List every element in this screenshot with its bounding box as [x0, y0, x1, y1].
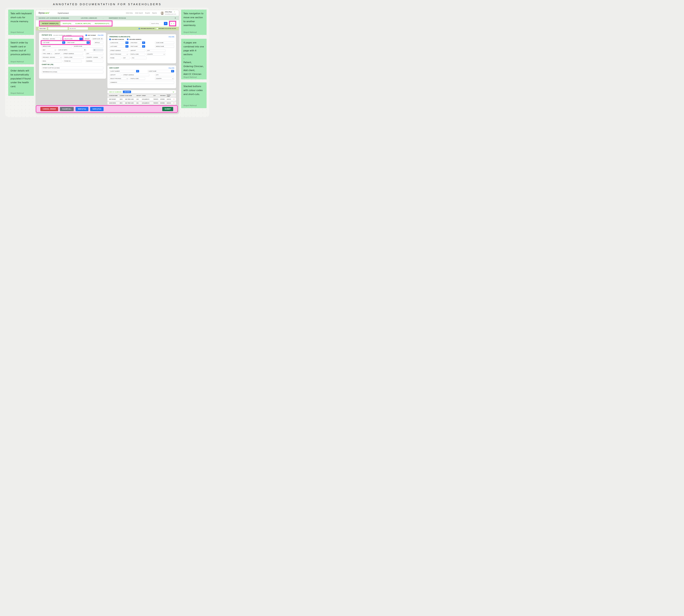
order-number-input[interactable] — [48, 27, 68, 30]
cpso-search-button[interactable] — [142, 42, 145, 44]
col-clinic-name: CLINIC NAME — [125, 95, 136, 96]
action-bar-highlight: CANCEL ORDER CLEAR ALL NEW [F11] SAVE [F… — [36, 105, 178, 113]
clinician-middle-name-input[interactable] — [155, 45, 174, 48]
clinician-fax-input[interactable] — [131, 57, 147, 59]
cpso-reg-input[interactable] — [130, 42, 142, 44]
col-clinician-name: CLINICIAN NAME — [109, 95, 120, 96]
clinician-phone-input[interactable] — [109, 57, 121, 59]
billing-no-input[interactable] — [69, 27, 88, 30]
add-new-button[interactable]: ADD NEW — [123, 91, 131, 93]
new-button[interactable]: NEW [F11] — [75, 107, 88, 111]
search-button[interactable] — [164, 22, 167, 25]
reference-no-input[interactable] — [42, 70, 103, 73]
radio-specimen-dropped-off[interactable]: SPECIMEN DROPPED OFF — [139, 28, 155, 29]
nav-reprint[interactable]: Re-print — [145, 12, 150, 14]
client-postal-input[interactable] — [130, 78, 145, 80]
unit-apt-input[interactable] — [54, 52, 62, 55]
country-select[interactable]: COUNTRY - CANADA — [86, 56, 103, 59]
city-input[interactable] — [86, 52, 103, 55]
client-country-select[interactable]: COUNTRY — [155, 78, 174, 80]
nav-order-entry[interactable]: Order Entry — [126, 12, 133, 14]
last-name-input[interactable]: LAST NAME* — [42, 41, 62, 44]
clinician-first-name-search-button[interactable] — [142, 45, 145, 48]
clinician-province-select[interactable]: SELECT PROVINCE — [109, 53, 129, 56]
remove-row-icon[interactable]: ✕ — [173, 103, 175, 104]
clinician-clear-link[interactable]: Clear [F9] — [168, 36, 174, 38]
nav-reports[interactable]: Reports — [152, 12, 157, 14]
client-number-input[interactable] — [109, 70, 136, 72]
expiry-date-input[interactable]: EXPIRY DATE — [92, 38, 103, 40]
street-address-input[interactable] — [63, 52, 83, 55]
health-card-search-button[interactable] — [79, 38, 83, 40]
date-of-birth-input[interactable]: DATE OF BIRTH — [58, 49, 86, 51]
clinician-unit-input[interactable] — [130, 49, 145, 52]
save-button[interactable]: SAVE [F12] — [90, 107, 104, 111]
comments-input[interactable] — [109, 81, 174, 84]
order-type-select[interactable]: NON-GYNE — [39, 27, 47, 30]
chevron-down-icon — [101, 57, 102, 58]
clinician-postal-input[interactable] — [130, 53, 145, 56]
tab-references[interactable]: REFERENCES [F7] — [93, 21, 111, 26]
radio-specimen-collected[interactable]: SPECIMEN COLLECTED ON-SITE — [157, 28, 176, 29]
clinic-name-input[interactable] — [155, 42, 174, 44]
client-unit-input[interactable] — [109, 74, 121, 76]
add-cc-clinician-bar: ADD CC CLINICIAN ADD NEW — [107, 90, 176, 94]
client-name-input[interactable] — [147, 70, 171, 72]
tab-patient-order[interactable]: PATIENT ORDER [F2] — [40, 21, 61, 26]
clinician-first-name-input[interactable]: FIRST NAME* — [130, 45, 142, 48]
sex-select[interactable]: SEX* — [42, 49, 56, 51]
remove-row-icon[interactable]: ✕ — [173, 98, 175, 100]
note-search-order: Search order by health card or names (ou… — [8, 39, 34, 64]
patient-province-select[interactable]: PROVINCE - ONTARIO — [42, 38, 62, 40]
clinician-last-name-search-button[interactable] — [126, 45, 129, 48]
initials-input[interactable] — [94, 41, 103, 44]
chevron-down-icon[interactable] — [173, 91, 174, 92]
clinician-country-select[interactable]: COUNTRY — [146, 53, 165, 56]
client-province-select[interactable]: SELECT PROVINCE — [109, 78, 129, 80]
address-type-select[interactable]: TYPE - HOME — [42, 52, 53, 55]
clear-all-button[interactable]: CLEAR ALL — [60, 107, 74, 111]
cancel-order-button[interactable]: CANCEL ORDER — [40, 107, 58, 111]
submit-button[interactable]: SUBMIT — [162, 107, 173, 111]
add-new-address-checkbox[interactable]: ✓ ADD NEW ADDRESS — [127, 39, 141, 40]
first-name-search-button[interactable] — [87, 41, 90, 44]
business-input[interactable] — [86, 60, 103, 62]
clinician-last-name-input[interactable]: LAST NAME* — [109, 45, 126, 48]
phone-no-input[interactable] — [63, 60, 82, 62]
middle-name-input[interactable] — [42, 45, 72, 47]
clinician-no-search-button[interactable] — [126, 42, 129, 44]
tab-clinical-info[interactable]: CLINICAL INFO [F6] — [73, 21, 93, 26]
patient-clear-link[interactable]: Clear [F9] — [97, 35, 103, 36]
close-icon[interactable]: ✕ — [175, 17, 176, 19]
address-province-select[interactable]: PROVINCE - ONTARIO — [42, 56, 62, 59]
email-input[interactable] — [42, 60, 62, 62]
version-input[interactable] — [84, 38, 90, 40]
chevron-left-icon[interactable]: ‹ — [171, 22, 172, 25]
patient-chart-no-input[interactable] — [42, 67, 103, 69]
nav-order-search[interactable]: Order Search — [135, 12, 143, 14]
search-icon — [63, 42, 64, 43]
postal-code-input[interactable] — [63, 56, 84, 59]
chevron-down-icon[interactable] — [174, 11, 175, 12]
clinician-city-input[interactable] — [146, 49, 165, 52]
health-card-input[interactable] — [63, 38, 79, 40]
client-number-search-button[interactable] — [136, 70, 139, 72]
user-menu[interactable]: Olivia Rhye olivia@dynacare.com — [160, 11, 176, 15]
clinician-ext-input[interactable] — [122, 57, 130, 59]
maiden-name-input[interactable] — [73, 45, 103, 47]
calendar-icon — [101, 38, 102, 40]
last-name-search-button[interactable] — [62, 41, 65, 44]
client-street-input[interactable] — [122, 74, 149, 76]
chevron-down-icon — [173, 78, 173, 79]
client-name-search-button[interactable] — [171, 70, 174, 72]
clinician-no-input[interactable] — [109, 42, 126, 44]
tab-tests[interactable]: TESTS [F5] — [61, 21, 73, 26]
chevron-right-icon[interactable]: › — [174, 22, 174, 25]
clinician-street-input[interactable] — [109, 49, 129, 52]
client-city-input[interactable] — [155, 74, 174, 76]
first-name-input[interactable]: FIRST NAME* — [66, 41, 87, 44]
edit-patient-checkbox[interactable]: ✓ EDIT PATIENT — [86, 35, 96, 36]
client-clear-link[interactable]: Clear [F9] — [168, 67, 174, 69]
search-input[interactable] — [150, 22, 164, 25]
add-new-clinician-checkbox[interactable]: ✓ ADD NEW CLINICIAN — [109, 39, 124, 40]
